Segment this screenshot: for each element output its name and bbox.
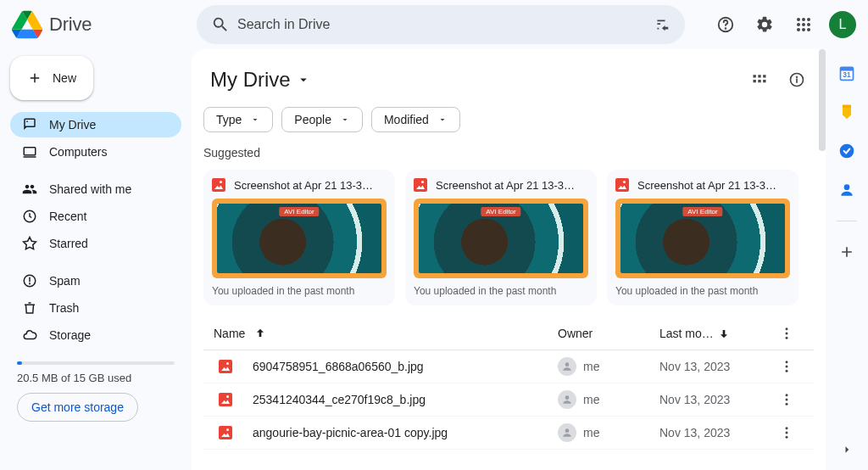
header: Drive Search in Drive L <box>0 0 868 49</box>
header-actions: L <box>709 8 856 42</box>
suggested-card[interactable]: Screenshot at Apr 21 13-3… AVI Editor Yo… <box>607 170 798 305</box>
column-name[interactable]: Name <box>214 327 558 340</box>
account-avatar[interactable]: L <box>829 11 856 38</box>
suggested-card[interactable]: Screenshot at Apr 21 13-3… AVI Editor Yo… <box>405 170 597 305</box>
svg-point-9 <box>802 28 805 31</box>
owner-name: me <box>583 426 599 439</box>
row-more-button[interactable] <box>770 359 804 374</box>
filter-chip-modified[interactable]: Modified <box>371 107 460 132</box>
table-row[interactable]: angourie-bay-picnic-area-01 copy.jpg me … <box>203 417 814 450</box>
storage-bar <box>17 361 175 365</box>
column-modified[interactable]: Last mo… <box>659 327 770 340</box>
svg-point-4 <box>807 18 810 21</box>
sidebar-item-label: Recent <box>49 210 86 223</box>
svg-point-19 <box>786 337 788 339</box>
column-more[interactable] <box>770 326 804 341</box>
spam-icon <box>22 273 39 288</box>
svg-point-25 <box>786 394 788 396</box>
image-file-icon <box>219 393 232 406</box>
row-more-button[interactable] <box>770 425 804 440</box>
sidebar-item-computers[interactable]: Computers <box>10 139 181 165</box>
get-more-storage-button[interactable]: Get more storage <box>17 393 138 422</box>
keep-icon[interactable] <box>838 104 855 120</box>
svg-point-29 <box>786 427 788 429</box>
caret-down-icon <box>250 115 260 125</box>
card-subtitle: You uploaded in the past month <box>212 285 387 297</box>
table-header: Name Owner Last mo… <box>203 317 814 350</box>
owner-avatar-icon <box>558 390 576 409</box>
row-more-button[interactable] <box>770 392 804 407</box>
calendar-icon[interactable]: 31 <box>838 64 855 81</box>
info-icon[interactable] <box>780 63 814 97</box>
thumbnail: AVI Editor <box>212 199 387 278</box>
more-vert-icon <box>779 359 794 374</box>
svg-point-23 <box>786 370 788 372</box>
sidebar-item-recent[interactable]: Recent <box>10 204 181 229</box>
sidebar-item-label: Storage <box>49 328 91 342</box>
sidebar-item-storage[interactable]: Storage <box>10 322 181 348</box>
sidebar-item-label: Computers <box>49 145 107 159</box>
sidebar-item-trash[interactable]: Trash <box>10 295 181 321</box>
owner-name: me <box>583 360 599 373</box>
more-vert-icon <box>779 326 794 341</box>
brand[interactable]: Drive <box>12 9 190 40</box>
sidebar-item-my-drive[interactable]: My Drive <box>10 112 181 137</box>
filter-chip-people[interactable]: People <box>281 107 363 132</box>
tasks-icon[interactable] <box>838 143 855 159</box>
card-subtitle: You uploaded in the past month <box>615 285 790 297</box>
suggested-card[interactable]: Screenshot at Apr 21 13-3… AVI Editor Yo… <box>203 170 395 305</box>
layout-toggle-icon[interactable] <box>743 63 776 97</box>
caret-down-icon <box>340 115 350 125</box>
collapse-panel-icon[interactable] <box>833 436 860 463</box>
arrow-up-icon <box>253 327 267 340</box>
contacts-icon[interactable] <box>838 182 855 199</box>
table-row[interactable]: 25341240344_ce270f19c8_b.jpg me Nov 13, … <box>203 383 814 417</box>
settings-icon[interactable] <box>748 8 782 42</box>
suggested-label: Suggested <box>203 146 814 159</box>
image-file-icon <box>615 178 629 192</box>
page-title: My Drive <box>210 68 291 92</box>
svg-point-5 <box>797 23 800 26</box>
more-vert-icon <box>779 425 794 440</box>
svg-point-2 <box>797 18 800 21</box>
svg-point-17 <box>786 327 788 330</box>
side-panel: 31 <box>826 49 868 470</box>
owner-avatar-icon <box>558 423 576 442</box>
filter-chip-type[interactable]: Type <box>203 107 273 132</box>
card-title: Screenshot at Apr 21 13-3… <box>637 179 790 192</box>
suggested-row: Screenshot at Apr 21 13-3… AVI Editor Yo… <box>203 170 814 305</box>
help-icon[interactable] <box>709 8 743 42</box>
sidebar-item-spam[interactable]: Spam <box>10 268 181 294</box>
shared-icon <box>22 182 39 197</box>
add-tool-icon[interactable] <box>838 243 855 260</box>
svg-point-18 <box>786 333 788 335</box>
svg-point-24 <box>565 395 570 400</box>
search-options-icon[interactable] <box>644 8 678 42</box>
sidebar-item-shared[interactable]: Shared with me <box>10 176 181 202</box>
owner-avatar-icon <box>558 357 576 376</box>
card-title: Screenshot at Apr 21 13-3… <box>436 179 588 192</box>
svg-rect-11 <box>24 148 36 155</box>
apps-icon[interactable] <box>787 8 821 42</box>
sidebar-item-label: Shared with me <box>49 182 131 196</box>
more-vert-icon <box>779 392 794 407</box>
breadcrumb-title[interactable]: My Drive <box>203 64 318 95</box>
column-owner[interactable]: Owner <box>558 327 659 340</box>
sidebar-item-starred[interactable]: Starred <box>10 231 181 256</box>
star-icon <box>22 236 39 251</box>
cloud-icon <box>22 327 39 343</box>
caret-down-icon <box>296 72 311 87</box>
file-name: angourie-bay-picnic-area-01 copy.jpg <box>253 426 448 439</box>
new-button[interactable]: New <box>10 56 93 100</box>
svg-point-30 <box>786 432 788 434</box>
table-row[interactable]: 6904758951_6868a06560_b.jpg me Nov 13, 2… <box>203 350 814 383</box>
caret-down-icon <box>437 115 448 125</box>
svg-point-28 <box>565 428 570 433</box>
search-bar[interactable]: Search in Drive <box>197 5 685 44</box>
svg-point-37 <box>844 184 850 190</box>
file-name: 25341240344_ce270f19c8_b.jpg <box>253 393 426 406</box>
svg-point-21 <box>786 361 788 363</box>
file-name: 6904758951_6868a06560_b.jpg <box>253 360 424 373</box>
svg-point-1 <box>726 28 726 29</box>
scrollbar[interactable] <box>819 49 826 151</box>
